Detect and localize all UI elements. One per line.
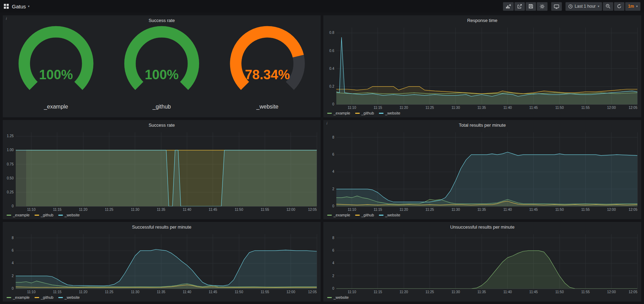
svg-text:11:20: 11:20 <box>79 290 88 294</box>
line-chart-area[interactable]: 11:1011:1511:2011:2511:3011:3511:4011:45… <box>3 231 320 295</box>
legend-item-_example[interactable]: _example <box>327 111 350 115</box>
navbar-right: Last 1 hour ▾ 1m ▾ <box>503 2 641 11</box>
svg-text:11:40: 11:40 <box>503 208 512 212</box>
dashboard-grid-icon[interactable] <box>3 3 9 9</box>
panel-title[interactable]: Success rate <box>148 123 175 128</box>
svg-text:11:15: 11:15 <box>374 208 382 212</box>
legend-item-_example[interactable]: _example <box>7 213 30 217</box>
share-button[interactable] <box>514 2 525 11</box>
caret-down-icon: ▾ <box>28 5 30 8</box>
svg-text:12:00: 12:00 <box>607 290 616 294</box>
settings-button[interactable] <box>537 2 548 11</box>
line-chart-area[interactable]: 11:1011:1511:2011:2511:3011:3511:4011:45… <box>324 129 641 213</box>
chart-legend: _example_github_website <box>324 213 641 219</box>
svg-text:11:30: 11:30 <box>131 208 140 212</box>
svg-text:11:30: 11:30 <box>452 290 460 294</box>
svg-text:11:10: 11:10 <box>27 290 36 294</box>
svg-text:11:50: 11:50 <box>555 106 564 110</box>
legend-item-_website[interactable]: _website <box>379 111 400 115</box>
panel-info-icon[interactable]: i <box>325 121 328 125</box>
svg-text:12:05: 12:05 <box>629 106 637 110</box>
legend-swatch-icon <box>355 215 360 216</box>
line-chart-area[interactable]: 11:1011:1511:2011:2511:3011:3511:4011:45… <box>324 25 641 111</box>
dashboard-title[interactable]: Gatus ▾ <box>12 3 30 9</box>
svg-text:4: 4 <box>332 170 334 173</box>
tv-mode-button[interactable] <box>551 2 562 11</box>
add-panel-button[interactable] <box>503 2 514 11</box>
dashboard-grid: i Success rate 100%_example100%_github78… <box>0 13 644 304</box>
legend-label: _website <box>385 213 400 217</box>
panel-title[interactable]: Success rate <box>148 18 175 23</box>
line-chart-area[interactable]: 11:1011:1511:2011:2511:3011:3511:4011:45… <box>324 231 641 295</box>
svg-text:12:00: 12:00 <box>286 290 295 294</box>
svg-text:0.6: 0.6 <box>329 49 334 53</box>
svg-text:11:45: 11:45 <box>529 290 538 294</box>
svg-text:11:45: 11:45 <box>209 290 218 294</box>
legend-item-_github[interactable]: _github <box>35 295 53 299</box>
legend-item-_github[interactable]: _github <box>355 213 374 217</box>
legend-label: _example <box>13 295 30 299</box>
gauge-value: 100% <box>145 67 178 82</box>
svg-text:11:35: 11:35 <box>477 106 486 110</box>
svg-text:11:40: 11:40 <box>183 290 191 294</box>
bar-chart-plus-icon <box>506 4 511 9</box>
gauge-chart-area: 100%_example100%_github78.34%_website <box>3 25 320 117</box>
svg-text:2: 2 <box>12 274 14 278</box>
panel-title[interactable]: Response time <box>467 18 498 23</box>
legend-swatch-icon <box>327 113 332 114</box>
panel-title[interactable]: Total results per minute <box>459 123 506 128</box>
legend-item-_website[interactable]: _website <box>58 295 80 299</box>
svg-text:11:10: 11:10 <box>347 208 356 212</box>
svg-text:11:45: 11:45 <box>529 208 538 212</box>
legend-label: _github <box>41 213 53 217</box>
panel-header: i Response time <box>324 16 641 25</box>
refresh-interval-button[interactable]: 1m ▾ <box>625 2 641 11</box>
legend-label: _website <box>334 295 349 299</box>
panel-header: i Success rate <box>3 120 320 129</box>
legend-swatch-icon <box>58 297 63 298</box>
zoom-out-button[interactable] <box>603 2 613 11</box>
time-range-label: Last 1 hour <box>575 4 596 9</box>
refresh-button[interactable] <box>614 2 624 11</box>
legend-item-_github[interactable]: _github <box>355 111 374 115</box>
legend-item-_github[interactable]: _github <box>35 213 53 217</box>
legend-item-_example[interactable]: _example <box>327 213 350 217</box>
svg-text:11:55: 11:55 <box>261 290 269 294</box>
svg-text:0.50: 0.50 <box>7 176 14 180</box>
svg-text:11:25: 11:25 <box>105 208 114 212</box>
svg-text:11:15: 11:15 <box>374 106 382 110</box>
svg-text:11:20: 11:20 <box>79 208 88 212</box>
panel-actions-group <box>503 2 548 11</box>
line-chart-area[interactable]: 11:1011:1511:2011:2511:3011:3511:4011:45… <box>3 129 320 213</box>
legend-swatch-icon <box>58 215 63 216</box>
chart-legend: _example_github_website <box>3 295 320 301</box>
svg-text:11:15: 11:15 <box>374 290 382 294</box>
chart-legend: _website <box>324 295 641 301</box>
caret-down-icon: ▾ <box>598 5 600 8</box>
gauge-value: 78.34% <box>245 67 290 82</box>
svg-text:4: 4 <box>12 261 14 265</box>
legend-item-_website[interactable]: _website <box>327 295 349 299</box>
legend-label: _website <box>65 295 80 299</box>
panel-title[interactable]: Unsuccessful results per minute <box>450 224 514 230</box>
legend-swatch-icon <box>327 297 332 298</box>
svg-text:11:50: 11:50 <box>555 290 564 294</box>
legend-item-_website[interactable]: _website <box>379 213 400 217</box>
svg-text:0: 0 <box>12 204 14 208</box>
svg-text:12:05: 12:05 <box>629 208 637 212</box>
gauge-value: 100% <box>39 67 73 82</box>
panel-total-results: i Total results per minute 11:1011:1511:… <box>323 120 641 219</box>
panel-info-icon[interactable]: i <box>5 17 8 21</box>
legend-item-_example[interactable]: _example <box>7 295 30 299</box>
legend-item-_website[interactable]: _website <box>58 213 80 217</box>
save-button[interactable] <box>526 2 536 11</box>
panel-successful-results: i Successful results per minute 11:1011:… <box>3 222 321 302</box>
time-range-button[interactable]: Last 1 hour ▾ <box>565 2 602 11</box>
svg-text:12:00: 12:00 <box>607 106 616 110</box>
legend-swatch-icon <box>35 297 39 298</box>
svg-text:11:55: 11:55 <box>581 208 590 212</box>
svg-text:11:30: 11:30 <box>131 290 140 294</box>
panel-title[interactable]: Successful results per minute <box>132 224 191 230</box>
panel-success-rate-graph: i Success rate 11:1011:1511:2011:2511:30… <box>3 120 321 219</box>
svg-text:0.75: 0.75 <box>7 162 14 166</box>
